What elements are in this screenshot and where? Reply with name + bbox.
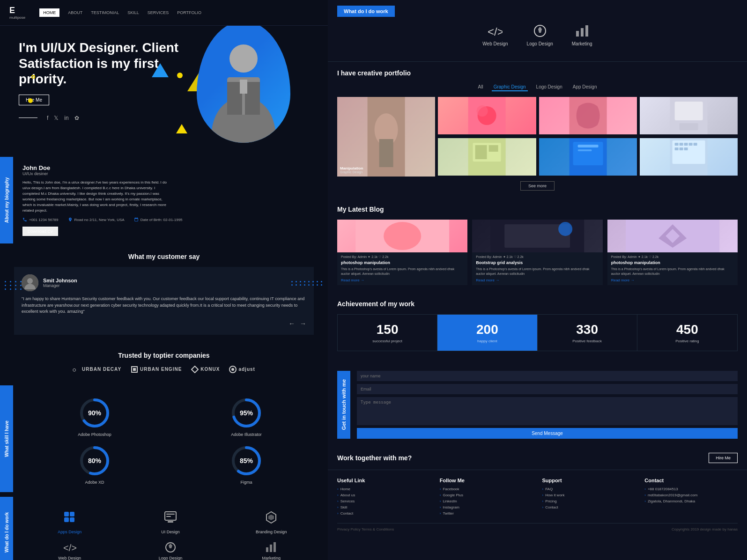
svg-point-73 [384,222,421,250]
footer-home[interactable]: Home [337,487,430,491]
skills-label: What skill I have [0,385,13,492]
testimonial-prev[interactable]: ← [288,320,295,327]
portfolio-item-1[interactable]: Manipulation Graphic Design [337,97,435,177]
achievement-num-4: 450 [642,322,732,337]
portfolio-item-4[interactable] [640,97,738,134]
tab-graphic[interactable]: Graphic Design [492,83,528,91]
blog-title-3: photoshop manipulation [611,260,734,265]
services-bottom-grid: </> Web Design Logo Design [22,541,318,560]
portfolio-item-6[interactable] [539,138,637,176]
skills-content: 90% Adobe Photoshop 95% Adobe Illustrato… [13,385,328,492]
about-name: John Doe [22,164,318,171]
blog-read-1[interactable]: Read more → [341,278,464,282]
footer-google[interactable]: Google Plus [440,493,533,497]
trusted-title: Trusted by toptier companies [14,352,314,359]
svg-point-76 [558,222,572,236]
nav-skill[interactable]: SKILL [127,10,139,15]
footer-contact[interactable]: Contact [337,511,430,516]
blog-section: My Latest Blog Posted By: Admin ✦ 2.1k ♡… [328,198,747,293]
download-cv-button[interactable]: Download Cv [22,227,58,236]
footer-how-it-work[interactable]: How it work [542,493,636,497]
nav-testimonial[interactable]: TESTIMONIAL [91,10,119,15]
achievement-num-2: 200 [442,322,532,337]
achievement-label-1: successful project [342,339,432,343]
footer-facebook[interactable]: Facebook [440,487,533,491]
tab-logo[interactable]: Logo Design [534,83,564,91]
blog-meta-3: Posted By: Admin ✦ 2.1k ♡ 2.2k photoshop… [607,252,738,285]
see-more-button[interactable]: See more [520,181,555,191]
nav-about[interactable]: ABOUT [68,10,82,15]
skill-figma: 85% Figma [174,444,318,485]
right-header-section: What do I do work </> Web Design Logo De… [328,0,747,61]
nav-services[interactable]: SERVICES [148,10,169,15]
portfolio-item-7[interactable] [640,138,738,176]
footer-faq[interactable]: FAQ [542,487,636,491]
blog-item-3: Posted By: Admin ✦ 2.1k ♡ 2.2k photoshop… [607,220,738,285]
portfolio-item-2[interactable] [438,97,536,134]
logo-design-label: Logo Design [159,556,183,560]
footer-twitter[interactable]: Twitter [440,511,533,516]
footer-copyright: Copyrights 2019 design made by hanas [672,527,738,531]
dots-right [291,281,323,286]
right-logo-design[interactable]: Logo Design [527,23,553,46]
footer-instagram[interactable]: Instagram [440,505,533,509]
skills-grid: 90% Adobe Photoshop 95% Adobe Illustrato… [22,397,318,485]
hire-me-button[interactable]: Hire Me [19,95,49,105]
logo-adjust: adjust [229,366,255,373]
right-marketing[interactable]: Marketing [572,23,592,46]
send-message-button[interactable]: Send Message [357,428,738,439]
right-marketing-label: Marketing [572,41,592,46]
portfolio-item-3[interactable] [539,97,637,134]
social-facebook[interactable]: f [47,115,48,121]
contact-message-input[interactable] [357,397,738,425]
achievement-4: 450 Positive rating [637,315,737,351]
skill-figma-label: Figma [240,480,252,485]
hire-me-button-2[interactable]: Hire Me [709,453,738,463]
reviewer-role: Manager [43,283,77,288]
tab-all[interactable]: All [476,83,485,91]
svg-text:⬡: ⬡ [73,368,76,372]
right-web-design[interactable]: </> Web Design [482,23,508,46]
footer-email: md0tabakon2019@gmail.com [644,493,738,497]
svg-rect-4 [240,80,247,94]
footer-pricing[interactable]: Pricing [542,499,636,503]
nav-home[interactable]: HOME [39,8,59,17]
social-twitter[interactable]: 𝕏 [54,115,59,121]
footer-privacy[interactable]: Privacy Policy Terms & Conditions [337,527,394,531]
nav-portfolio[interactable]: PORTFOLIO [177,10,201,15]
testimonial-next[interactable]: → [300,320,306,327]
blog-read-2[interactable]: Read more → [476,278,599,282]
tab-app[interactable]: App Design [571,83,599,91]
service-branding[interactable]: Branding Design [224,508,318,534]
svg-rect-46 [379,139,393,167]
footer-skill[interactable]: Skill [337,505,430,509]
portfolio-tabs: All Graphic Design Logo Design App Desig… [337,83,738,91]
apps-design-label: Apps Design [58,530,81,534]
svg-rect-32 [166,514,175,515]
contact-label: Get in touch with me [341,379,347,430]
footer-about[interactable]: About us [337,493,430,497]
blog-admin-1: Posted By: Admin ✦ 2.1k ♡ 2.2k [341,255,464,259]
svg-text:95%: 95% [240,409,253,417]
svg-rect-26 [64,512,69,516]
service-logo-design[interactable]: Logo Design [123,541,217,560]
contact-email-input[interactable] [357,384,738,394]
svg-rect-68 [693,143,697,146]
skill-illustrator-label: Adobe Illustrator [231,432,262,437]
contact-name-input[interactable] [357,371,738,381]
social-linkedin[interactable]: in [64,115,68,121]
achievements-section: Achievement of my work 150 successful pr… [328,293,747,359]
svg-rect-67 [688,143,692,146]
service-apps-design[interactable]: Apps Design [22,508,117,534]
left-panel: E multipose HOME ABOUT TESTIMONIAL SKILL… [0,0,328,560]
footer-services[interactable]: Services [337,499,430,503]
portfolio-item-5[interactable] [438,138,536,176]
service-marketing[interactable]: Marketing [224,541,318,560]
social-instagram[interactable]: ✿ [74,115,79,121]
about-content: John Doe UI/Ux desiner Hello, This is Jo… [13,157,328,243]
footer-linkedin[interactable]: LinkedIn [440,499,533,503]
blog-read-3[interactable]: Read more → [611,278,734,282]
service-ui-design[interactable]: UI Design [123,508,217,534]
footer-contact-support[interactable]: Contact [542,505,636,509]
service-web-design[interactable]: </> Web Design [22,541,117,560]
